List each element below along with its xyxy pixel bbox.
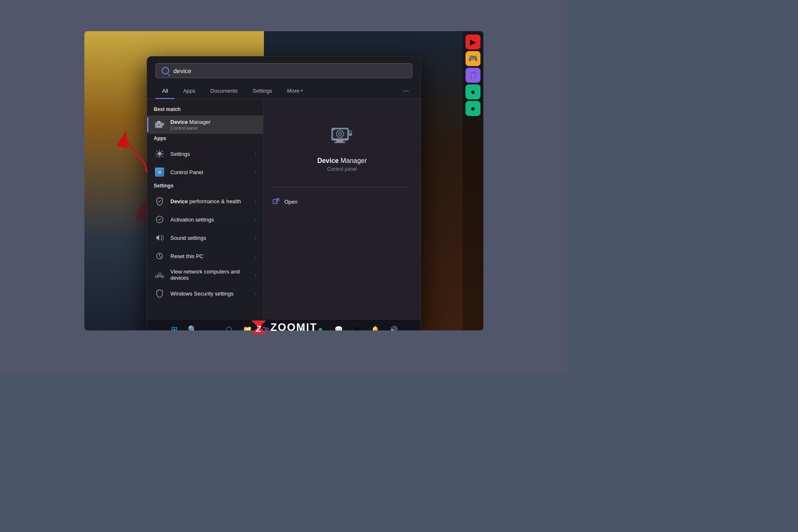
tab-more[interactable]: More ▾ <box>281 84 310 99</box>
tab-more-label: More <box>287 88 300 94</box>
svg-rect-4 <box>163 123 164 126</box>
activation-chevron-icon: › <box>255 217 256 222</box>
svg-rect-26 <box>273 200 277 204</box>
chevron-down-icon: ▾ <box>301 89 303 93</box>
taskbar-search-icon[interactable]: 🔍 <box>185 322 200 331</box>
svg-text:Z: Z <box>256 324 261 333</box>
svg-rect-22 <box>349 131 351 133</box>
device-manager-result-info: Device Manager Control panel <box>170 119 256 131</box>
taskbar-taskview-icon[interactable]: ⬚ <box>203 322 218 331</box>
settings-label: Settings <box>147 181 263 192</box>
result-activation[interactable]: Activation settings › <box>147 210 263 229</box>
shield-performance-icon <box>154 195 165 207</box>
tab-settings[interactable]: Settings <box>246 84 279 99</box>
device-performance-chevron-icon: › <box>255 199 256 204</box>
device-manager-icon <box>154 119 165 131</box>
reset-icon <box>154 250 165 262</box>
result-reset[interactable]: Reset this PC › <box>147 247 263 265</box>
content-wrapper: Z Z ▶ 🎮 🎵 ● ● <box>84 31 483 343</box>
main-content: Best match <box>147 99 421 319</box>
branding: Z ZOOMIT <box>250 320 317 335</box>
search-input[interactable] <box>173 67 406 74</box>
search-input-wrapper[interactable] <box>155 63 412 78</box>
svg-point-2 <box>158 124 160 126</box>
detail-device-manager-icon <box>325 117 359 150</box>
sound-title: Sound settings <box>170 235 250 241</box>
windows-security-title: Windows Security settings <box>170 291 250 297</box>
svg-rect-5 <box>155 123 157 124</box>
device-performance-title: Device performance & health <box>170 198 250 204</box>
tab-documents[interactable]: Documents <box>204 84 244 99</box>
windows-security-icon <box>154 288 165 299</box>
apps-label: Apps <box>147 134 263 145</box>
detail-panel: Device Manager Control panel <box>264 99 421 319</box>
svg-rect-21 <box>349 131 352 136</box>
sound-result-info: Sound settings <box>170 235 250 241</box>
more-options-button[interactable]: ··· <box>399 83 412 99</box>
results-panel: Best match <box>147 99 264 319</box>
taskbar-windows-icon[interactable]: ⊞ <box>167 322 182 331</box>
device-manager-subtitle: Control panel <box>170 126 256 131</box>
result-settings[interactable]: Settings › <box>147 145 263 163</box>
tab-apps[interactable]: Apps <box>176 84 202 99</box>
windows-security-chevron-icon: › <box>255 291 256 296</box>
taskbar-edge-icon[interactable]: ⬡ <box>222 322 236 331</box>
control-panel-icon: ⊞ <box>154 166 165 178</box>
device-performance-result-info: Device performance & health <box>170 198 250 204</box>
result-network[interactable]: View network computers and devices › <box>147 265 263 284</box>
start-menu: All Apps Documents Settings More ▾ ··· <box>147 56 421 330</box>
svg-rect-25 <box>332 128 335 130</box>
network-icon <box>154 269 165 281</box>
result-device-manager[interactable]: Device Manager Control panel <box>147 116 263 134</box>
detail-divider <box>272 187 412 187</box>
taskbar-mail-icon[interactable]: ✉ <box>350 322 365 331</box>
result-windows-security[interactable]: Windows Security settings › <box>147 284 263 303</box>
open-icon <box>272 197 280 206</box>
detail-open-action[interactable]: Open <box>272 194 412 209</box>
windows-security-result-info: Windows Security settings <box>170 291 250 297</box>
settings-result-info: Settings <box>170 151 250 157</box>
activation-result-info: Activation settings <box>170 217 250 223</box>
device-highlight: Device <box>170 119 188 125</box>
search-bar <box>147 57 421 83</box>
brand-name-label: ZOOMIT <box>270 321 317 334</box>
activation-icon <box>154 214 165 225</box>
zoomit-logo-icon: Z <box>250 320 267 335</box>
device-manager-title: Device Manager <box>170 119 256 125</box>
best-match-label: Best match <box>147 105 263 116</box>
network-chevron-icon: › <box>255 273 256 277</box>
network-title: View network computers and devices <box>170 268 250 281</box>
nav-tabs: All Apps Documents Settings More ▾ ··· <box>147 83 421 99</box>
svg-rect-3 <box>157 121 160 123</box>
reset-title: Reset this PC <box>170 253 250 259</box>
reset-result-info: Reset this PC <box>170 253 250 259</box>
svg-point-6 <box>158 153 161 155</box>
control-panel-chevron-icon: › <box>255 170 256 175</box>
result-sound[interactable]: Sound settings › <box>147 229 263 247</box>
sound-icon <box>154 232 165 244</box>
network-result-info: View network computers and devices <box>170 268 250 281</box>
detail-subtitle: Control panel <box>327 166 357 172</box>
control-panel-title: Control Panel <box>170 169 250 175</box>
settings-title: Settings <box>170 151 250 157</box>
chevron-right-icon: › <box>255 152 256 156</box>
search-icon <box>162 67 169 74</box>
activation-title: Activation settings <box>170 217 250 223</box>
detail-device-highlight: Device <box>317 157 339 164</box>
taskbar-bell-icon[interactable]: 🔔 <box>368 322 383 331</box>
start-menu-overlay: All Apps Documents Settings More ▾ ··· <box>84 31 483 330</box>
result-device-performance[interactable]: Device performance & health › <box>147 192 263 210</box>
taskbar-chat-icon[interactable]: 💬 <box>331 322 346 331</box>
reset-chevron-icon: › <box>255 254 256 259</box>
page-outer: Z Z ▶ 🎮 🎵 ● ● <box>0 0 568 374</box>
open-label: Open <box>284 199 298 205</box>
result-control-panel[interactable]: ⊞ Control Panel › <box>147 163 263 181</box>
detail-title: Device Manager <box>317 157 367 165</box>
sound-chevron-icon: › <box>255 236 256 240</box>
control-panel-box-icon: ⊞ <box>155 167 164 177</box>
settings-icon <box>154 148 165 160</box>
svg-point-20 <box>339 133 341 135</box>
tab-all[interactable]: All <box>155 84 175 99</box>
taskbar-speaker-icon[interactable]: 🔊 <box>386 322 401 331</box>
svg-rect-23 <box>336 140 343 142</box>
